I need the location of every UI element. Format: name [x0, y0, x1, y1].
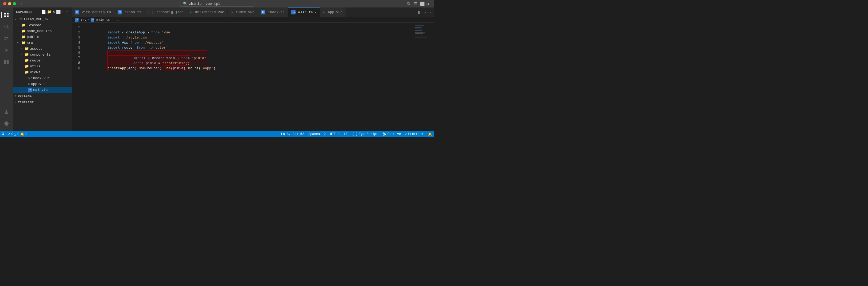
line-ending-status-item[interactable]: LF: [342, 131, 350, 137]
go-live-status-item[interactable]: 📡 Go Live: [380, 131, 403, 137]
svg-line-5: [7, 28, 9, 29]
refresh-icon[interactable]: ↻: [53, 10, 55, 14]
svg-rect-10: [7, 60, 9, 62]
collapse-icon[interactable]: ⬜: [56, 10, 61, 14]
split-editor-icon[interactable]: ⧉: [407, 2, 411, 6]
line-num-8: 8: [72, 60, 80, 65]
close-button[interactable]: [3, 2, 6, 5]
editor-right-icons: ···: [416, 7, 434, 17]
status-left: X ⊘ 0 △ 0 🔔 0: [0, 131, 29, 137]
search-activity-item[interactable]: [1, 21, 12, 32]
public-folder[interactable]: › 📁 public: [13, 34, 72, 40]
svg-rect-17: [415, 30, 422, 31]
language-status-item[interactable]: { } TypeScript: [350, 131, 380, 137]
sidebar-icon[interactable]: ⬜: [420, 2, 424, 6]
svg-point-13: [6, 110, 7, 112]
maximize-button[interactable]: [13, 2, 16, 5]
folder-icon: 📁: [25, 53, 29, 57]
scrollbar[interactable]: [431, 23, 434, 131]
vue-icon: ◇: [28, 82, 30, 86]
source-control-activity-item[interactable]: [1, 33, 12, 44]
run-activity-item[interactable]: [1, 45, 12, 56]
more-actions-icon[interactable]: ···: [424, 8, 432, 16]
tab-tsconfig[interactable]: { } tsconfig.json: [145, 7, 187, 17]
tab-main-ts[interactable]: TS main.ts ✕: [288, 7, 320, 17]
tab-helloworld[interactable]: ◇ HelloWorld.vue: [187, 7, 228, 17]
info-count: 0: [25, 132, 27, 136]
more-actions-icon[interactable]: ···: [62, 10, 68, 14]
components-arrow: ›: [20, 53, 25, 56]
assets-folder[interactable]: › 📁 assets: [13, 46, 72, 52]
index-vue-file[interactable]: ◇ index.vue: [13, 75, 72, 81]
components-folder[interactable]: › 📁 components: [13, 52, 72, 58]
json-icon: { }: [148, 10, 154, 14]
ts-icon: TS: [118, 10, 122, 14]
titlebar: ← → 🔍 zhinian_vue_tpl ⧉ ☰ ⬜ ⊟: [0, 0, 434, 7]
breadcrumb-main-ts[interactable]: main.ts: [96, 18, 110, 22]
explorer-activity-item[interactable]: [1, 10, 12, 20]
error-icon: ⊘: [8, 132, 10, 136]
vue-icon: ◇: [28, 76, 30, 80]
new-folder-icon[interactable]: 📁: [47, 10, 52, 14]
utils-arrow: ›: [20, 65, 25, 68]
go-live-icon: 📡: [382, 132, 386, 136]
outline-header[interactable]: › OUTLINE: [13, 94, 72, 98]
search-icon: 🔍: [183, 2, 187, 6]
timeline-header[interactable]: › TIMELINE: [13, 100, 72, 104]
position-status-item[interactable]: Ln 8, Col 52: [279, 131, 306, 137]
errors-status-item[interactable]: ⊘ 0 △ 0 🔔 0: [6, 131, 29, 137]
split-editor-right-icon[interactable]: [416, 8, 423, 16]
encoding-status-item[interactable]: UTF-8: [328, 131, 342, 137]
vue-icon: ◇: [323, 10, 325, 14]
svg-rect-11: [4, 62, 6, 64]
tab-vite-config[interactable]: TS vite.config.ts: [72, 7, 114, 17]
app-vue-file[interactable]: ◇ App.vue: [13, 81, 72, 87]
breadcrumb-ellipsis[interactable]: ...: [114, 18, 120, 22]
tab-alias[interactable]: TS alias.ts: [114, 7, 145, 17]
tab-index-ts[interactable]: TS index.ts: [258, 7, 288, 17]
tab-app-vue[interactable]: ◇ App.vue: [320, 7, 346, 17]
assets-label: assets: [30, 47, 42, 51]
tab-app-vue-label: App.vue: [328, 10, 343, 14]
explorer-title: EXPLORER: [16, 10, 33, 13]
views-folder[interactable]: ▾ 📁 views: [13, 69, 72, 75]
tab-close-button[interactable]: ✕: [314, 10, 316, 14]
extensions-activity-item[interactable]: [1, 57, 12, 67]
components-label: components: [30, 53, 51, 57]
src-folder[interactable]: ▾ 📁 src: [13, 40, 72, 46]
titlebar-search[interactable]: 🔍 zhinian_vue_tpl: [180, 1, 254, 7]
layout-icon[interactable]: ☰: [414, 2, 418, 6]
assets-arrow: ›: [20, 47, 25, 50]
back-button[interactable]: ←: [20, 2, 24, 6]
spaces-status-item[interactable]: Spaces: 2: [306, 131, 328, 137]
ts-icon: TS: [291, 10, 296, 14]
breadcrumb-src[interactable]: src: [81, 18, 87, 22]
new-file-icon[interactable]: 📄: [41, 10, 46, 14]
notification-status-item[interactable]: 🔔: [426, 131, 434, 137]
tab-index-vue[interactable]: ◇ index.vue: [228, 7, 258, 17]
vscode-folder[interactable]: › 📁 .vscode: [13, 22, 72, 28]
main-ts-file[interactable]: TS main.ts: [13, 87, 72, 93]
panel-icon[interactable]: ⊟: [427, 2, 431, 6]
minimize-button[interactable]: [8, 2, 11, 5]
forward-button[interactable]: →: [26, 2, 30, 6]
svg-rect-19: [415, 33, 423, 34]
utils-folder[interactable]: › 📁 utils: [13, 63, 72, 69]
node-modules-folder[interactable]: › 📁 node_modules: [13, 28, 72, 34]
project-root[interactable]: ▾ ZHINIAN_VUE_TPL: [13, 16, 72, 22]
xcode-status-item[interactable]: X: [0, 131, 6, 137]
activity-bar-bottom: [1, 107, 12, 129]
prettier-status-item[interactable]: ✓ Prettier: [403, 131, 426, 137]
sidebar-header: EXPLORER 📄 📁 ↻ ⬜ ···: [13, 7, 72, 16]
sidebar-actions: 📄 📁 ↻ ⬜ ···: [41, 10, 68, 14]
code-editor[interactable]: import { createApp } from 'vue' import '…: [82, 23, 410, 131]
settings-activity-item[interactable]: [1, 119, 12, 129]
breadcrumb-sep-1: ›: [88, 18, 90, 22]
account-activity-item[interactable]: [1, 107, 12, 117]
folder-icon: 📁: [21, 29, 26, 33]
router-arrow: ›: [20, 59, 25, 62]
router-folder[interactable]: › 📁 router: [13, 58, 72, 63]
folder-icon: 📁: [21, 41, 26, 45]
tab-bar: TS vite.config.ts TS alias.ts { } tsconf…: [72, 7, 434, 17]
src-label: src: [27, 41, 33, 45]
